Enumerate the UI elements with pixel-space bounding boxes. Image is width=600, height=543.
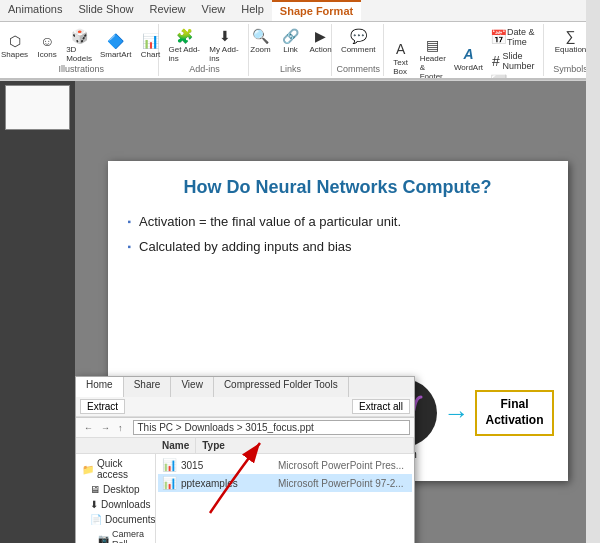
- forward-button[interactable]: →: [97, 423, 114, 433]
- camera-icon: 📷: [98, 534, 109, 543]
- textbox-button[interactable]: A TextBox: [387, 39, 415, 77]
- addins-icons: 🧩 Get Add-ins ⬇ My Add-ins: [165, 26, 243, 64]
- header-footer-button[interactable]: ▤ Header& Footer: [417, 35, 449, 81]
- extract-button[interactable]: Extract: [80, 399, 125, 414]
- desktop-icon: 🖥: [90, 484, 100, 495]
- get-addins-icon: 🧩: [174, 27, 196, 45]
- file-type-1: Microsoft PowerPoint 97-2...: [278, 478, 408, 489]
- vertical-scrollbar[interactable]: [586, 0, 600, 543]
- bullet-text-2: Calculated by adding inputs and bias: [139, 239, 351, 254]
- file-icon-0: 📊: [162, 458, 177, 472]
- extract-all-button[interactable]: Extract all: [352, 399, 410, 414]
- date-time-icon: 📅: [491, 30, 505, 44]
- header-footer-icon: ▤: [422, 36, 444, 54]
- tab-help[interactable]: Help: [233, 0, 272, 21]
- chart-button[interactable]: 📊 Chart: [136, 31, 164, 60]
- fe-file-list: 📊 3015 Microsoft PowerPoint Pres... 📊 pp…: [156, 454, 414, 543]
- my-addins-button[interactable]: ⬇ My Add-ins: [206, 26, 243, 64]
- fe-tab-compressed[interactable]: Compressed Folder Tools: [214, 377, 349, 397]
- action-button[interactable]: ▶ Action: [307, 26, 335, 55]
- tab-shape-format[interactable]: Shape Format: [272, 0, 361, 21]
- ribbon: Animations Slide Show Review View Help S…: [0, 0, 600, 81]
- fe-address-bar: ← → ↑ This PC > Downloads > 3015_focus.p…: [76, 418, 414, 438]
- slide-body: ▪ Activation = the final value of a part…: [108, 206, 568, 272]
- sidebar-documents[interactable]: 📄 Documents: [78, 512, 153, 527]
- 3d-models-button[interactable]: 🎲 3D Models: [63, 26, 95, 64]
- slide-panel: [0, 81, 75, 543]
- sidebar-camera-roll[interactable]: 📷 Camera Roll: [78, 527, 153, 543]
- object-button[interactable]: ⬜ Object: [488, 74, 542, 80]
- slide-thumbnail[interactable]: [5, 85, 70, 130]
- tab-slideshow[interactable]: Slide Show: [70, 0, 141, 21]
- ribbon-tab-bar: Animations Slide Show Review View Help S…: [0, 0, 600, 22]
- right-text-group: 📅 Date & Time # Slide Number ⬜ Object: [488, 26, 542, 80]
- up-button[interactable]: ↑: [114, 423, 127, 433]
- comments-icons: 💬 Comment: [338, 26, 379, 55]
- smartart-button[interactable]: 🔷 SmartArt: [97, 31, 135, 60]
- file-type-0: Microsoft PowerPoint Pres...: [278, 460, 408, 471]
- wordart-button[interactable]: A WordArt: [451, 44, 486, 73]
- shapes-icon: ⬡: [4, 32, 26, 50]
- bullet-1: ▪ Activation = the final value of a part…: [128, 214, 548, 229]
- illustrations-icons: ⬡ Shapes ☺ Icons 🎲 3D Models 🔷 SmartArt …: [0, 26, 164, 64]
- fe-toolbar: Home Share View Compressed Folder Tools …: [76, 377, 414, 418]
- fe-tab-view[interactable]: View: [171, 377, 214, 397]
- symbols-icons: ∑ Equation: [552, 26, 590, 55]
- file-explorer[interactable]: Home Share View Compressed Folder Tools …: [75, 376, 415, 543]
- object-icon: ⬜: [491, 75, 505, 80]
- file-name-1: pptexamples: [181, 478, 274, 489]
- 3d-icon: 🎲: [68, 27, 90, 45]
- fe-tab-home[interactable]: Home: [76, 377, 124, 397]
- col-type: Type: [196, 438, 414, 453]
- bullet-square-2: ▪: [128, 241, 132, 252]
- group-links: 🔍 Zoom 🔗 Link ▶ Action Links: [251, 24, 332, 76]
- folder-icon: 📁: [82, 464, 94, 475]
- equation-button[interactable]: ∑ Equation: [552, 26, 590, 55]
- comment-icon: 💬: [347, 27, 369, 45]
- bullet-square-1: ▪: [128, 216, 132, 227]
- sidebar-quick-access[interactable]: 📁 Quick access: [78, 456, 153, 482]
- col-spacer: [76, 438, 156, 453]
- fe-column-headers: Name Type: [76, 438, 414, 454]
- sidebar-folder-0: Camera Roll: [112, 529, 149, 543]
- get-addins-button[interactable]: 🧩 Get Add-ins: [165, 26, 204, 64]
- bullet-2: ▪ Calculated by adding inputs and bias: [128, 239, 548, 254]
- icons-button[interactable]: ☺ Icons: [33, 31, 61, 60]
- date-time-button[interactable]: 📅 Date & Time: [488, 26, 542, 48]
- group-illustrations: ⬡ Shapes ☺ Icons 🎲 3D Models 🔷 SmartArt …: [4, 24, 159, 76]
- sidebar-desktop[interactable]: 🖥 Desktop: [78, 482, 153, 497]
- slide-title: How Do Neural Networks Compute?: [108, 161, 568, 206]
- shapes-button[interactable]: ⬡ Shapes: [0, 31, 31, 60]
- action-icon: ▶: [310, 27, 332, 45]
- final-activation-text: FinalActivation: [485, 397, 543, 427]
- text-icons: A TextBox ▤ Header& Footer A WordArt 📅 D…: [387, 26, 542, 80]
- file-item-1[interactable]: 📊 pptexamples Microsoft PowerPoint 97-2.…: [158, 474, 412, 492]
- my-addins-icon: ⬇: [214, 27, 236, 45]
- tab-view[interactable]: View: [194, 0, 234, 21]
- zoom-button[interactable]: 🔍 Zoom: [247, 26, 275, 55]
- slide-canvas[interactable]: How Do Neural Networks Compute? ▪ Activa…: [75, 81, 600, 543]
- slide-number-icon: #: [491, 54, 500, 68]
- bullet-text-1: Activation = the final value of a partic…: [139, 214, 401, 229]
- final-activation-box: FinalActivation: [475, 390, 553, 435]
- sidebar-label-2: Downloads: [101, 499, 150, 510]
- fe-tab-share[interactable]: Share: [124, 377, 172, 397]
- fe-content: 📁 Quick access 🖥 Desktop ⬇ Downloads 📄 D…: [76, 454, 414, 543]
- link-button[interactable]: 🔗 Link: [277, 26, 305, 55]
- file-name-0: 3015: [181, 460, 274, 471]
- wordart-icon: A: [457, 45, 479, 63]
- comment-button[interactable]: 💬 Comment: [338, 26, 379, 55]
- sidebar-downloads[interactable]: ⬇ Downloads: [78, 497, 153, 512]
- zoom-icon: 🔍: [250, 27, 272, 45]
- fe-tabs: Home Share View Compressed Folder Tools: [76, 377, 414, 397]
- back-button[interactable]: ←: [80, 423, 97, 433]
- tab-review[interactable]: Review: [141, 0, 193, 21]
- downloads-icon: ⬇: [90, 499, 98, 510]
- file-item-0[interactable]: 📊 3015 Microsoft PowerPoint Pres...: [158, 456, 412, 474]
- address-field[interactable]: This PC > Downloads > 3015_focus.ppt: [133, 420, 411, 435]
- fe-actions: Extract Extract all: [76, 397, 414, 417]
- textbox-icon: A: [390, 40, 412, 58]
- slide-number-button[interactable]: # Slide Number: [488, 50, 542, 72]
- tab-animations[interactable]: Animations: [0, 0, 70, 21]
- sidebar-label-3: Documents: [105, 514, 156, 525]
